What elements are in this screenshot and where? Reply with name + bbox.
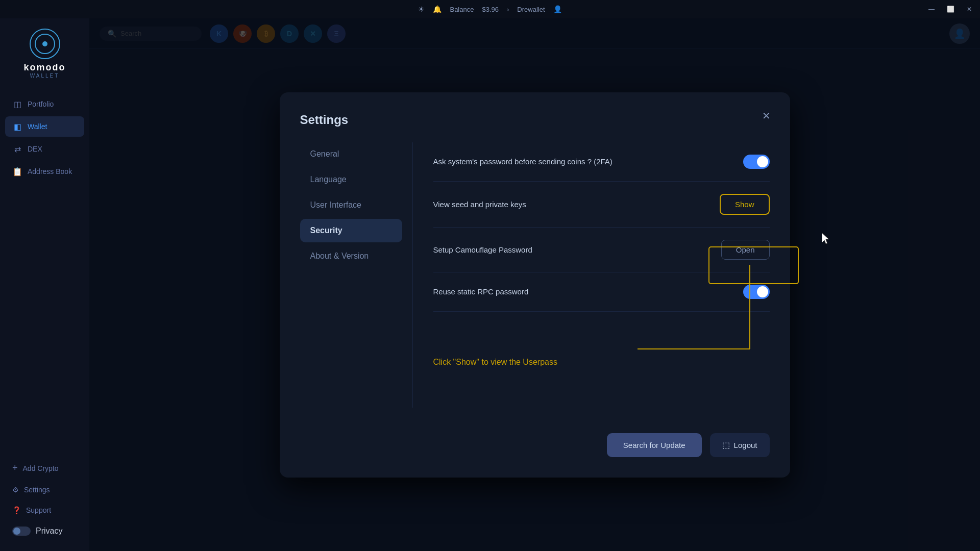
sun-icon[interactable]: ☀ <box>418 5 425 13</box>
window-controls: — ⬜ ✕ <box>926 5 974 14</box>
sidebar-item-privacy[interactable]: Privacy <box>5 521 84 541</box>
settings-modal: Settings ✕ General Language User Interfa… <box>280 92 790 478</box>
username-label: Drewallet <box>517 6 545 13</box>
main-content: 🔍 K 🐶 ₿ D ✕ Ξ 👤 Settings ✕ General <box>89 18 980 551</box>
minimize-button[interactable]: — <box>926 5 937 14</box>
modal-footer: Search for Update ⬚ Logout <box>300 423 770 457</box>
logo-circle <box>30 29 60 59</box>
title-separator: › <box>507 6 509 13</box>
sidebar-item-support[interactable]: ❓ Support <box>5 501 84 519</box>
logo-dot <box>42 41 47 46</box>
balance-label: Balance <box>450 6 474 13</box>
balance-value: $3.96 <box>482 6 499 13</box>
logout-icon: ⬚ <box>722 440 730 450</box>
show-seed-button[interactable]: Show <box>720 194 770 215</box>
annotation-svg <box>433 321 770 382</box>
sidebar-item-dex[interactable]: ⇄ DEX <box>5 139 84 159</box>
bell-icon[interactable]: 🔔 <box>433 5 442 13</box>
settings-nav-security[interactable]: Security <box>300 219 402 242</box>
2fa-toggle-knob <box>757 156 768 167</box>
settings-label: Settings <box>24 486 50 494</box>
portfolio-icon: ◫ <box>12 99 22 109</box>
settings-icon: ⚙ <box>12 486 19 494</box>
sidebar-nav: ◫ Portfolio ◧ Wallet ⇄ DEX 📋 Address Boo… <box>0 94 89 458</box>
sidebar-item-wallet-label: Wallet <box>28 122 47 131</box>
privacy-toggle-knob <box>13 528 20 535</box>
rpc-toggle-knob <box>757 286 768 297</box>
titlebar: ☀ 🔔 Balance $3.96 › Drewallet 👤 — ⬜ ✕ <box>0 0 980 18</box>
support-icon: ❓ <box>12 506 21 514</box>
maximize-button[interactable]: ⬜ <box>945 5 957 14</box>
logout-label: Logout <box>734 441 757 449</box>
address-book-icon: 📋 <box>12 166 22 177</box>
modal-close-button[interactable]: ✕ <box>758 108 775 124</box>
sidebar-item-dex-label: DEX <box>28 145 42 153</box>
wallet-icon: ◧ <box>12 121 22 132</box>
settings-row-rpc: Reuse static RPC password <box>433 272 770 312</box>
add-crypto-label: Add Crypto <box>23 464 59 472</box>
settings-row-camouflage: Setup Camouflage Password Open <box>433 228 770 272</box>
sidebar-logo: komodo WALLET <box>24 29 66 79</box>
open-camouflage-button[interactable]: Open <box>721 240 770 260</box>
settings-row-seed: View seed and private keys Show <box>433 182 770 228</box>
modal-overlay: Settings ✕ General Language User Interfa… <box>89 18 980 551</box>
logo-inner <box>35 34 55 54</box>
modal-body: General Language User Interface Security… <box>300 142 770 408</box>
logout-button[interactable]: ⬚ Logout <box>710 433 770 457</box>
settings-content: Ask system's password before sending coi… <box>412 142 770 408</box>
sidebar-item-address-book[interactable]: 📋 Address Book <box>5 161 84 182</box>
settings-row-2fa: Ask system's password before sending coi… <box>433 142 770 182</box>
settings-nav-about[interactable]: About & Version <box>300 244 402 268</box>
2fa-toggle[interactable] <box>743 155 770 169</box>
search-update-button[interactable]: Search for Update <box>607 433 702 457</box>
sidebar-item-add-crypto[interactable]: + Add Crypto <box>5 458 84 479</box>
close-button[interactable]: ✕ <box>965 5 974 14</box>
sidebar-bottom: + Add Crypto ⚙ Settings ❓ Support Privac… <box>0 458 89 551</box>
rpc-label: Reuse static RPC password <box>433 287 529 296</box>
settings-nav-general[interactable]: General <box>300 142 402 166</box>
add-crypto-icon: + <box>12 463 18 473</box>
sidebar-item-wallet[interactable]: ◧ Wallet <box>5 116 84 137</box>
titlebar-center: ☀ 🔔 Balance $3.96 › Drewallet 👤 <box>418 5 561 13</box>
user-icon[interactable]: 👤 <box>553 5 562 13</box>
2fa-label: Ask system's password before sending coi… <box>433 157 612 166</box>
rpc-toggle[interactable] <box>743 285 770 299</box>
privacy-toggle[interactable] <box>12 527 31 536</box>
sidebar-item-address-book-label: Address Book <box>28 167 72 176</box>
camouflage-label: Setup Camouflage Password <box>433 245 532 254</box>
annotation-text: Click "Show" to view the Userpass <box>433 358 557 367</box>
sidebar: komodo WALLET ◫ Portfolio ◧ Wallet ⇄ DEX… <box>0 18 89 551</box>
sidebar-item-settings[interactable]: ⚙ Settings <box>5 481 84 499</box>
logo-subtext: WALLET <box>30 73 60 79</box>
sidebar-item-portfolio-label: Portfolio <box>28 100 54 108</box>
dex-icon: ⇄ <box>12 144 22 154</box>
support-label: Support <box>26 506 51 514</box>
seed-label: View seed and private keys <box>433 200 526 209</box>
modal-title: Settings <box>300 113 770 127</box>
sidebar-item-portfolio[interactable]: ◫ Portfolio <box>5 94 84 114</box>
privacy-label: Privacy <box>36 527 62 536</box>
logo-text: komodo <box>24 62 66 73</box>
settings-nav: General Language User Interface Security… <box>300 142 412 408</box>
settings-nav-language[interactable]: Language <box>300 168 402 191</box>
settings-nav-user-interface[interactable]: User Interface <box>300 193 402 217</box>
